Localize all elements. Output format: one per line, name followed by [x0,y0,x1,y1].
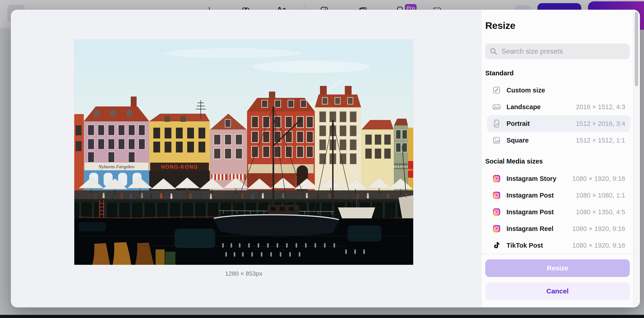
instagram-icon [492,174,501,183]
instagram-icon [492,224,501,233]
preset-row-portrait[interactable]: Portrait 1512 × 2016, 3:4 [487,115,630,132]
square-icon [492,136,501,145]
preset-detail: 1512 × 2016, 3:4 [576,120,625,128]
portrait-icon [492,119,501,128]
preset-label: Instagram Reel [506,225,554,233]
photo-sign-inn: Nyhavns Færgekro [98,164,134,169]
preset-label: Custom size [506,87,545,94]
custom-size-icon [492,86,501,95]
search-presets-box[interactable] [485,43,630,59]
instagram-icon [492,191,501,200]
section-header-social: Social Media sizes [485,158,543,165]
photo-sign-nyh: NYH [408,168,413,172]
preset-detail: 1512 × 1512, 1:1 [576,137,625,144]
panel-divider [482,254,633,254]
tiktok-icon [492,241,501,250]
panel-scrollbar-track [633,10,640,308]
canvas-image-preview: Nyhavns Færgekro HONG-KONG [74,40,413,265]
preset-row-custom-size[interactable]: Custom size [487,82,630,99]
resize-modal: Nyhavns Færgekro HONG-KONG [11,10,640,308]
section-header-standard: Standard [485,69,514,77]
preset-detail: 1080 × 1080, 1:1 [576,192,625,199]
preset-detail: 2016 × 1512, 4:3 [576,103,625,111]
panel-title: Resize [485,20,515,31]
preset-row-tiktok-post[interactable]: TikTok Post 1080 × 1920, 9:16 [487,237,630,254]
preset-row-landscape[interactable]: Landscape 2016 × 1512, 4:3 [487,99,630,115]
preset-row-instagram-post-1-1[interactable]: Instagram Post 1080 × 1080, 1:1 [487,187,630,204]
preset-row-instagram-story[interactable]: Instagram Story 1080 × 1920, 9:16 [487,170,630,187]
search-icon [490,48,498,55]
preset-label: Instagram Post [506,192,554,199]
preset-row-square[interactable]: Square 1512 × 1512, 1:1 [487,132,630,149]
preset-detail: 1080 × 1920, 9:16 [572,242,625,249]
preset-label: Instagram Post [506,208,554,216]
preset-label: Landscape [506,103,541,111]
instagram-icon [492,207,501,216]
preset-label: Instagram Story [506,175,556,182]
panel-scrollbar-thumb[interactable] [635,12,638,86]
photo-sign-bar: HONG-KONG [161,164,198,170]
landscape-icon [492,102,501,111]
preset-row-instagram-reel[interactable]: Instagram Reel 1080 × 1920, 9:16 [487,220,630,237]
preset-row-instagram-post-4-5[interactable]: Instagram Post 1080 × 1350, 4:5 [487,204,630,220]
preset-label: Portrait [506,120,530,128]
cancel-button[interactable]: Cancel [485,282,630,300]
resize-preview-area: Nyhavns Færgekro HONG-KONG [11,10,482,308]
preset-label: Square [506,137,528,144]
preset-label: TikTok Post [506,242,543,249]
photo-sign-heering: HEERING [392,165,409,168]
app-screen: Aa Pro [0,0,644,318]
preset-detail: 1080 × 1920, 9:16 [572,175,625,182]
resize-panel: Resize Standard Custom size Landscape 20… [482,10,633,308]
search-input[interactable] [501,47,625,56]
preset-detail: 1080 × 1920, 9:16 [572,225,625,233]
image-dimensions-caption: 1280 × 853px [74,270,413,277]
preset-detail: 1080 × 1350, 4:5 [576,208,625,216]
resize-confirm-button[interactable]: Resize [485,259,630,277]
